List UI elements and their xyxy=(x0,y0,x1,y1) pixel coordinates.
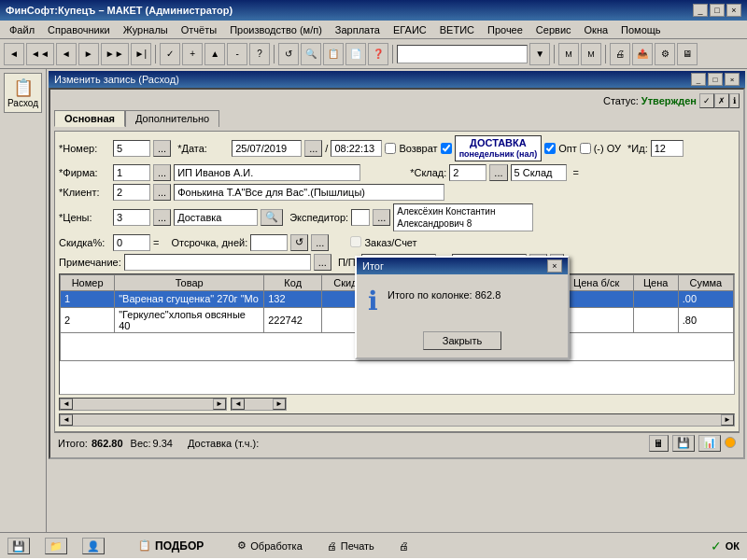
toolbar-export-button[interactable]: 📤 xyxy=(632,43,653,65)
pechat-icon: 🖨 xyxy=(327,540,337,552)
toolbar-back-button[interactable]: ◄ xyxy=(4,43,24,65)
dialog-info-icon: ℹ xyxy=(368,286,378,316)
toolbar-check-button[interactable]: ✓ xyxy=(160,43,180,65)
toolbar-separator-2 xyxy=(274,45,275,63)
toolbar-prev2-button[interactable]: ◄ xyxy=(56,43,77,65)
toolbar-refresh-button[interactable]: ↺ xyxy=(278,43,299,65)
document-window: Изменить запись (Расход) _ □ × Статус: У… xyxy=(47,69,747,532)
close-button[interactable]: × xyxy=(726,4,741,17)
toolbar-search-button[interactable]: 🔍 xyxy=(301,43,321,65)
toolbar-prev-button[interactable]: ◄◄ xyxy=(26,43,54,65)
dialog-title-text: Итог xyxy=(362,260,384,272)
bottom-obrabotka: ⚙ Обработка xyxy=(237,539,302,552)
menu-references[interactable]: Справочники xyxy=(42,23,116,36)
obrabotka-label: Обработка xyxy=(250,540,302,552)
toolbar-copy-button[interactable]: 📋 xyxy=(323,43,344,65)
sidebar-item-rashod[interactable]: 📋 Расход xyxy=(4,73,42,113)
dialog-buttons: Закрыть xyxy=(357,328,568,357)
menu-other[interactable]: Прочее xyxy=(482,23,529,36)
toolbar-m2-button[interactable]: M xyxy=(581,43,601,65)
menu-vetis[interactable]: ВЕТИС xyxy=(434,23,480,36)
toolbar-next-button[interactable]: ► xyxy=(78,43,99,65)
dialog-message: Итого по колонке: 862.8 xyxy=(388,286,500,301)
menu-service[interactable]: Сервис xyxy=(530,23,577,36)
toolbar-help2-button[interactable]: ❓ xyxy=(368,43,388,65)
bottom-pechat: 🖨 Печать xyxy=(327,540,374,552)
toolbar-separator-3 xyxy=(392,45,393,63)
main-area: 📋 Расход Изменить запись (Расход) _ □ × xyxy=(0,69,747,532)
toolbar-last-button[interactable]: ►| xyxy=(131,43,152,65)
toolbar-separator-4 xyxy=(554,45,555,63)
menu-windows[interactable]: Окна xyxy=(579,23,614,36)
toolbar-separator-1 xyxy=(155,45,156,63)
minimize-button[interactable]: _ xyxy=(693,4,708,17)
toolbar-question-button[interactable]: ? xyxy=(249,43,270,65)
bottom-printer2: 🖨 xyxy=(399,540,409,552)
dialog-close-button[interactable]: × xyxy=(547,259,562,273)
toolbar-m1-button[interactable]: M xyxy=(558,43,579,65)
menu-journals[interactable]: Журналы xyxy=(118,23,174,36)
dialog-close-btn[interactable]: Закрыть xyxy=(423,331,501,350)
podbor-icon: 📋 xyxy=(138,539,151,552)
app-title: ФинСофт:Купецъ – МАКЕТ (Администратор) xyxy=(6,5,233,16)
sidebar-item-label: Расход xyxy=(7,98,39,108)
toolbar-doc-button[interactable]: 📄 xyxy=(345,43,366,65)
dialog-title-bar: Итог × xyxy=(357,258,568,274)
menu-production[interactable]: Производство (м/п) xyxy=(224,23,328,36)
bottom-folder-btn[interactable]: 📁 xyxy=(45,538,67,554)
toolbar-delta-button[interactable]: ▲ xyxy=(204,43,225,65)
bottom-podbor: 📋 ПОДБОР xyxy=(138,539,204,553)
dialog-overlay: Итог × ℹ Итого по колонке: 862.8 Закрыть xyxy=(47,69,747,532)
maximize-button[interactable]: □ xyxy=(710,4,725,17)
obrabotka-icon: ⚙ xyxy=(237,539,247,552)
toolbar-go-button[interactable]: ▼ xyxy=(529,43,550,65)
ok-check-icon: ✓ xyxy=(711,539,722,553)
toolbar-print-button[interactable]: 🖨 xyxy=(610,43,630,65)
itog-dialog: Итог × ℹ Итого по колонке: 862.8 Закрыть xyxy=(355,256,570,359)
menu-bar: Файл Справочники Журналы Отчёты Производ… xyxy=(0,21,747,39)
toolbar: ◄ ◄◄ ◄ ► ►► ►| ✓ + ▲ - ? ↺ 🔍 📋 📄 ❓ f30ef… xyxy=(0,39,747,69)
bottom-save-btn[interactable]: 💾 xyxy=(7,538,30,554)
ok-label: ОК xyxy=(726,540,740,552)
toolbar-minus-button[interactable]: - xyxy=(227,43,247,65)
toolbar-separator-5 xyxy=(605,45,606,63)
menu-salary[interactable]: Зарплата xyxy=(330,23,386,36)
sidebar: 📋 Расход xyxy=(0,69,47,532)
title-bar: ФинСофт:Купецъ – МАКЕТ (Администратор) _… xyxy=(0,0,747,21)
toolbar-screen-button[interactable]: 🖥 xyxy=(677,43,698,65)
app-bottom-bar: 💾 📁 👤 📋 ПОДБОР ⚙ Обработка 🖨 Печать 🖨 ✓ … xyxy=(0,532,747,558)
toolbar-next2-button[interactable]: ►► xyxy=(101,43,129,65)
menu-file[interactable]: Файл xyxy=(4,23,40,36)
bottom-ok: ✓ ОК xyxy=(711,539,740,553)
podbor-label: ПОДБОР xyxy=(155,539,204,553)
menu-help[interactable]: Помощь xyxy=(615,23,667,36)
toolbar-add-button[interactable]: + xyxy=(182,43,203,65)
menu-reports[interactable]: Отчёты xyxy=(176,23,222,36)
menu-egais[interactable]: ЕГАИС xyxy=(388,23,432,36)
bottom-user-btn[interactable]: 👤 xyxy=(82,538,105,554)
dialog-content: ℹ Итого по колонке: 862.8 xyxy=(357,274,568,328)
search-input[interactable]: f30ef364-429d-3158- xyxy=(397,45,528,63)
pechat-label: Печать xyxy=(341,540,374,552)
toolbar-settings-button[interactable]: ⚙ xyxy=(655,43,675,65)
printer2-icon: 🖨 xyxy=(399,540,409,552)
rashod-icon: 📋 xyxy=(7,77,39,98)
title-bar-buttons: _ □ × xyxy=(693,4,741,17)
